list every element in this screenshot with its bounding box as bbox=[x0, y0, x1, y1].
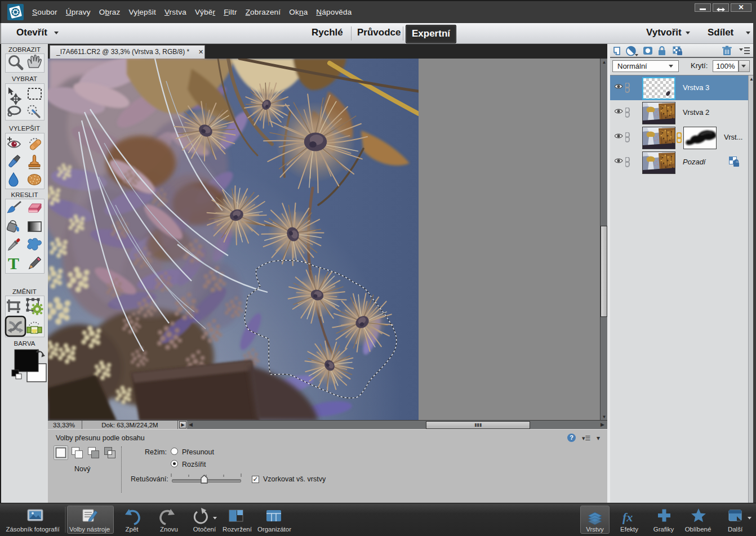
svg-text:fx: fx bbox=[622, 510, 633, 524]
svg-text:T: T bbox=[8, 254, 19, 273]
